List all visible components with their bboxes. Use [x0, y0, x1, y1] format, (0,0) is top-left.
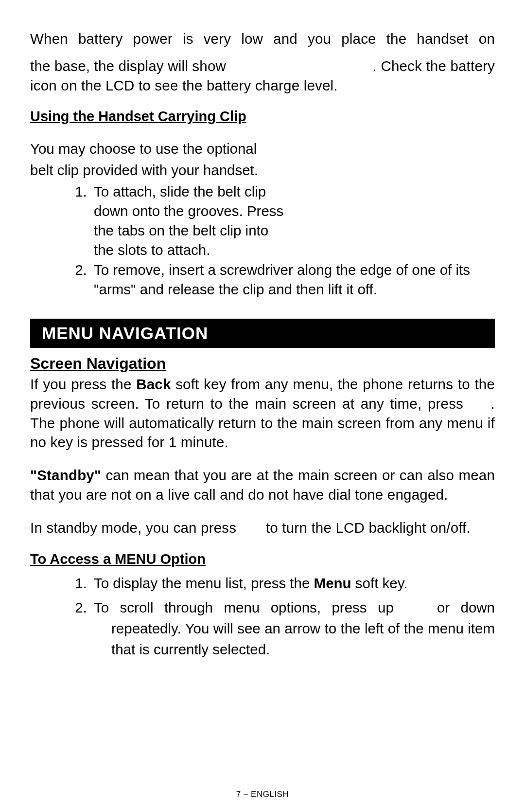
clip-intro-line: You may choose to use the optional [30, 139, 332, 159]
text-fragment: . Check the battery [373, 56, 495, 76]
text-line: When battery power is very low and you p… [30, 29, 495, 49]
text-fragment: To scroll through menu options, press up [94, 599, 404, 615]
list-item: To remove, insert a screwdriver along th… [91, 260, 495, 299]
text-fragment: In standby mode, you can press [30, 520, 241, 536]
heading-carrying-clip: Using the Handset Carrying Clip [30, 108, 495, 125]
text-fragment: soft key. [351, 575, 408, 591]
list-item: To attach, slide the belt clip down onto… [91, 182, 495, 259]
section-bar-menu-navigation: MENU NAVIGATION [30, 319, 495, 348]
battery-paragraph: When battery power is very low and you p… [30, 29, 495, 95]
menu-key-label: Menu [314, 575, 351, 591]
screen-nav-paragraph-1: If you press the Back soft key from any … [30, 375, 495, 452]
heading-screen-navigation: Screen Navigation [30, 355, 495, 373]
text-fragment: the base, the display will show [30, 56, 226, 76]
access-menu-list: To display the menu list, press the Menu… [91, 573, 495, 660]
list-item: To scroll through menu options, press up… [91, 597, 495, 660]
back-key-label: Back [136, 376, 171, 392]
list-item: To display the menu list, press the Menu… [91, 573, 495, 594]
backlight-paragraph: In standby mode, you can press to turn t… [30, 518, 495, 538]
text-fragment: If you press the [30, 376, 136, 392]
clip-steps-list: To attach, slide the belt clip down onto… [91, 182, 495, 299]
standby-paragraph: "Standby" can mean that you are at the m… [30, 466, 495, 505]
heading-access-menu: To Access a MENU Option [30, 551, 495, 567]
text-fragment: to turn the LCD backlight on/off. [262, 520, 471, 536]
text-line: icon on the LCD to see the battery charg… [30, 77, 338, 93]
text-fragment: or down [426, 599, 495, 615]
text-fragment: To display the menu list, press the [94, 575, 314, 591]
text-fragment: repeatedly. You will see an arrow to the… [94, 618, 495, 660]
clip-intro-line: belt clip provided with your handset. [30, 161, 332, 180]
standby-label: "Standby" [30, 467, 101, 483]
page-footer: 7 – ENGLISH [0, 790, 525, 799]
